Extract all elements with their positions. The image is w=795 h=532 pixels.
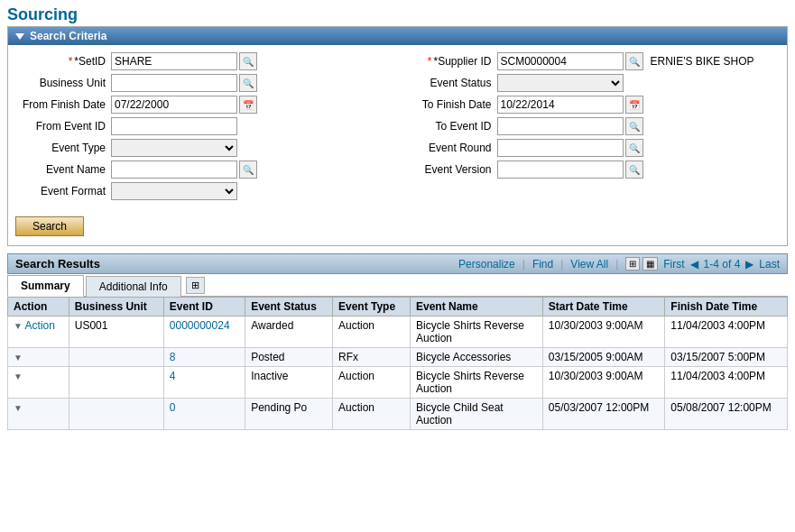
col-header-bu: Business Unit	[69, 298, 163, 316]
action-cell: ▼	[8, 399, 69, 430]
event-round-search-icon[interactable]: 🔍	[625, 139, 643, 157]
event-status-select[interactable]: Awarded Posted Inactive Pending Po	[497, 74, 624, 92]
business-unit-search-icon[interactable]: 🔍	[239, 74, 257, 92]
view-all-link[interactable]: View All	[570, 258, 608, 271]
event-status-row: Event Status Awarded Posted Inactive Pen…	[398, 74, 784, 92]
business-unit-input[interactable]	[111, 74, 237, 92]
first-link[interactable]: First	[663, 258, 684, 271]
event-id-cell: 0000000024	[163, 316, 245, 348]
supplier-id-input[interactable]	[497, 52, 624, 70]
table-body: ▼ ActionUS0010000000024AwardedAuctionBic…	[8, 316, 788, 430]
from-finish-date-label: From Finish Date	[12, 98, 111, 111]
setid-search-icon[interactable]: 🔍	[239, 52, 257, 70]
col-header-status: Event Status	[245, 298, 333, 316]
col-header-type: Event Type	[332, 298, 410, 316]
sep2: |	[560, 258, 563, 271]
search-criteria-header[interactable]: Search Criteria	[8, 27, 787, 45]
action-arrow-small: ▼	[14, 371, 23, 381]
action-arrow-small: ▼	[14, 353, 23, 362]
nav-prev-icon[interactable]: ◀	[690, 258, 698, 271]
search-button[interactable]: Search	[15, 216, 84, 236]
business-unit-cell	[69, 348, 163, 367]
to-finish-date-input[interactable]	[497, 96, 624, 114]
col-header-start: Start Date Time	[542, 298, 665, 316]
supplier-id-search-icon[interactable]: 🔍	[625, 52, 643, 70]
tab-more-icon[interactable]: ⊞	[186, 277, 205, 294]
from-finish-date-input[interactable]	[111, 96, 237, 114]
from-event-id-input[interactable]	[111, 117, 237, 135]
to-finish-date-row: To Finish Date 📅	[398, 96, 784, 114]
to-event-id-label: To Event ID	[398, 120, 497, 133]
event-version-search-icon[interactable]: 🔍	[625, 161, 643, 179]
personalize-link[interactable]: Personalize	[458, 258, 515, 271]
form-left-col: *SetID 🔍 Business Unit 🔍 From Finish Dat…	[12, 52, 398, 204]
page-title: Sourcing	[0, 0, 795, 26]
grid-icon[interactable]: ⊞	[625, 257, 640, 271]
event-round-input[interactable]	[497, 139, 624, 157]
results-title: Search Results	[15, 257, 100, 271]
results-nav: Personalize | Find | View All | ⊞ ▦ Firs…	[458, 257, 780, 271]
from-finish-date-calendar-icon[interactable]: 📅	[239, 96, 257, 114]
event-id-cell: 8	[163, 348, 245, 367]
table-header: Action Business Unit Event ID Event Stat…	[8, 298, 788, 316]
last-link[interactable]: Last	[759, 258, 780, 271]
nav-icons: ⊞ ▦	[625, 257, 658, 271]
action-link[interactable]: Action	[25, 319, 55, 332]
table-icon[interactable]: ▦	[642, 257, 658, 271]
to-event-id-row: To Event ID 🔍	[398, 117, 784, 135]
event-name-label: Event Name	[12, 163, 111, 176]
tab-summary[interactable]: Summary	[7, 275, 84, 297]
nav-next-icon[interactable]: ▶	[745, 258, 753, 271]
finish-datetime-cell: 11/04/2003 4:00PM	[665, 367, 788, 399]
event-version-input[interactable]	[497, 161, 624, 179]
event-name-cell: Bicycle Child Seat Auction	[410, 399, 542, 430]
event-round-label: Event Round	[398, 142, 497, 154]
collapse-icon	[15, 33, 24, 40]
search-criteria-panel: Search Criteria *SetID 🔍 Business Unit 🔍…	[7, 26, 788, 246]
tabs-row: Summary Additional Info ⊞	[7, 274, 788, 297]
to-finish-date-calendar-icon[interactable]: 📅	[625, 96, 643, 114]
table-row: ▼0Pending PoAuctionBicycle Child Seat Au…	[8, 399, 788, 430]
col-header-action: Action	[8, 298, 69, 316]
event-name-cell: Bicycle Shirts Reverse Auction	[410, 316, 542, 348]
supplier-id-row: *Supplier ID 🔍 ERNIE'S BIKE SHOP	[398, 52, 784, 70]
event-name-cell: Bicycle Shirts Reverse Auction	[410, 367, 542, 399]
event-name-row: Event Name 🔍	[12, 161, 398, 179]
from-event-id-row: From Event ID	[12, 117, 398, 135]
event-format-select[interactable]	[111, 182, 237, 200]
business-unit-cell: US001	[69, 316, 163, 348]
search-criteria-title: Search Criteria	[30, 30, 106, 42]
event-type-cell: Auction	[332, 367, 410, 399]
action-cell: ▼ Action	[8, 316, 69, 348]
event-format-label: Event Format	[12, 185, 111, 197]
search-btn-row: Search	[8, 211, 787, 245]
event-id-cell: 4	[163, 367, 245, 399]
event-type-cell: Auction	[332, 399, 410, 430]
col-header-name: Event Name	[410, 298, 542, 316]
event-name-input[interactable]	[111, 161, 237, 179]
setid-input[interactable]	[111, 52, 237, 70]
start-datetime-cell: 05/03/2007 12:00PM	[542, 399, 665, 430]
event-version-row: Event Version 🔍	[398, 161, 784, 179]
business-unit-row: Business Unit 🔍	[12, 74, 398, 92]
from-event-id-label: From Event ID	[12, 120, 111, 133]
to-event-id-search-icon[interactable]: 🔍	[625, 117, 643, 135]
start-datetime-cell: 03/15/2005 9:00AM	[542, 348, 665, 367]
col-header-eventid: Event ID	[163, 298, 245, 316]
find-link[interactable]: Find	[532, 258, 553, 271]
event-type-select[interactable]: Auction RFx	[111, 139, 237, 157]
sep3: |	[615, 258, 618, 271]
results-table: Action Business Unit Event ID Event Stat…	[7, 297, 788, 430]
to-event-id-input[interactable]	[497, 117, 624, 135]
event-type-cell: RFx	[332, 348, 410, 367]
start-datetime-cell: 10/30/2003 9:00AM	[542, 316, 665, 348]
finish-datetime-cell: 11/04/2003 4:00PM	[665, 316, 788, 348]
event-name-cell: Bicycle Accessories	[410, 348, 542, 367]
event-id-cell: 0	[163, 399, 245, 430]
finish-datetime-cell: 03/15/2007 5:00PM	[665, 348, 788, 367]
to-finish-date-label: To Finish Date	[398, 98, 497, 111]
from-finish-date-row: From Finish Date 📅	[12, 96, 398, 114]
event-name-search-icon[interactable]: 🔍	[239, 161, 257, 179]
tab-additional-info[interactable]: Additional Info	[86, 276, 181, 297]
setid-row: *SetID 🔍	[12, 52, 398, 70]
